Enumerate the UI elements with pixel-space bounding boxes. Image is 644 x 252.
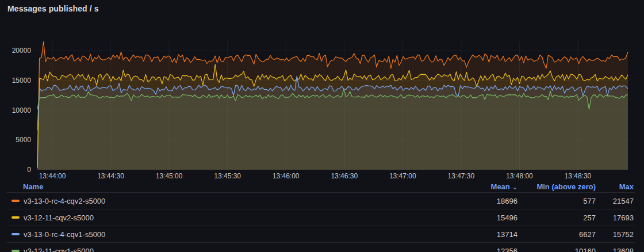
- legend-max-value: 21547: [597, 197, 635, 205]
- legend-series-name[interactable]: v3-12-11-cqv2-s5000: [7, 213, 450, 222]
- x-tick-label: 13:44:30: [97, 172, 124, 180]
- legend-row: v3-13-0-rc-4-cqv2-s50001869657721547: [7, 193, 635, 209]
- x-tick-label: 13:47:30: [447, 172, 474, 180]
- x-tick-label: 13:48:30: [565, 172, 592, 180]
- legend-column-max[interactable]: Max: [597, 182, 635, 191]
- x-tick-label: 13:45:00: [156, 172, 183, 180]
- legend-max-value: 13608: [597, 247, 635, 252]
- series-color-swatch: [12, 250, 20, 252]
- legend-table: Name Mean⌄ Min (above zero) Max v3-13-0-…: [7, 181, 635, 252]
- legend-min-value: 257: [519, 213, 597, 222]
- legend-min-value: 577: [519, 197, 597, 205]
- legend-row: v3-12-11-cqv1-s5000123561016013608: [7, 243, 635, 252]
- series-color-swatch: [12, 216, 20, 219]
- legend-series-label: v3-13-0-rc-4-cqv2-s5000: [24, 197, 105, 205]
- time-series-plot[interactable]: [36, 41, 630, 170]
- legend-series-label: v3-13-0-rc-4-cqv1-s5000: [24, 230, 105, 239]
- legend-mean-value: 15496: [450, 213, 519, 222]
- legend-mean-value: 13714: [450, 230, 519, 239]
- y-tick-label: 0: [0, 165, 31, 174]
- y-tick-label: 10000: [0, 106, 31, 115]
- legend-series-name[interactable]: v3-13-0-rc-4-cqv2-s5000: [7, 197, 450, 205]
- legend-column-name[interactable]: Name: [7, 182, 450, 191]
- panel-title[interactable]: Messages published / s: [7, 4, 99, 13]
- legend-max-value: 15752: [597, 230, 635, 239]
- grafana-panel: Messages published / s 05000100001500020…: [0, 0, 644, 252]
- legend-row: v3-13-0-rc-4-cqv1-s500013714662715752: [7, 226, 635, 243]
- legend-max-value: 17693: [597, 213, 635, 222]
- series-color-swatch: [12, 233, 20, 235]
- x-tick-label: 13:47:00: [389, 172, 416, 180]
- y-tick-label: 15000: [0, 76, 31, 85]
- legend-mean-value: 12356: [450, 247, 519, 252]
- legend-series-name[interactable]: v3-13-0-rc-4-cqv1-s5000: [7, 230, 450, 239]
- y-axis: 05000100001500020000: [0, 41, 31, 171]
- x-tick-label: 13:46:00: [273, 172, 300, 180]
- series-area: [37, 89, 628, 170]
- series-color-swatch: [12, 200, 20, 202]
- legend-column-min[interactable]: Min (above zero): [519, 182, 597, 191]
- x-tick-label: 13:48:00: [506, 172, 533, 180]
- sort-desc-icon: ⌄: [512, 184, 518, 190]
- y-tick-label: 5000: [0, 135, 31, 144]
- x-tick-label: 13:44:00: [39, 172, 66, 180]
- legend-column-mean-label: Mean: [491, 182, 510, 191]
- legend-min-value: 10160: [519, 247, 597, 252]
- legend-min-value: 6627: [519, 230, 597, 239]
- legend-header: Name Mean⌄ Min (above zero) Max: [7, 181, 635, 193]
- legend-row: v3-12-11-cqv2-s50001549625717693: [7, 209, 635, 226]
- legend-mean-value: 18696: [450, 197, 519, 205]
- legend-series-label: v3-12-11-cqv2-s5000: [24, 213, 94, 222]
- y-tick-label: 20000: [0, 46, 31, 55]
- legend-series-label: v3-12-11-cqv1-s5000: [24, 247, 94, 252]
- legend-rows: v3-13-0-rc-4-cqv2-s50001869657721547v3-1…: [7, 193, 635, 252]
- x-tick-label: 13:46:30: [331, 172, 358, 180]
- x-tick-label: 13:45:30: [214, 172, 241, 180]
- legend-column-mean[interactable]: Mean⌄: [450, 182, 519, 191]
- legend-series-name[interactable]: v3-12-11-cqv1-s5000: [7, 247, 450, 252]
